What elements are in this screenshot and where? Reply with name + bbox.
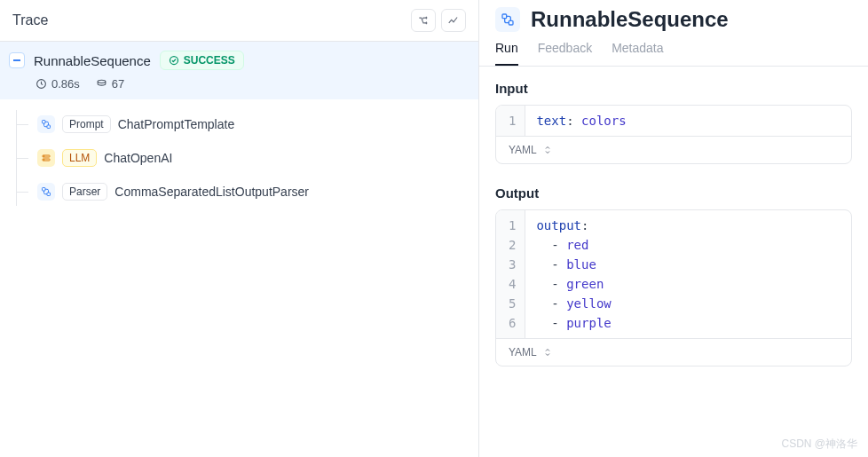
trace-title: Trace <box>12 12 48 28</box>
tab-metadata[interactable]: Metadata <box>612 41 663 66</box>
step-name: CommaSeparatedListOutputParser <box>114 185 309 199</box>
output-code: output: - red - blue - green - yellow - … <box>525 210 621 338</box>
output-label: Output <box>495 185 852 201</box>
svg-point-7 <box>43 156 44 157</box>
svg-point-8 <box>43 160 44 161</box>
input-format-selector[interactable]: YAML <box>496 136 851 163</box>
sort-icon <box>542 144 553 156</box>
svg-rect-3 <box>43 121 46 124</box>
svg-rect-9 <box>43 188 46 192</box>
input-label: Input <box>495 81 852 96</box>
chain-icon <box>37 183 55 201</box>
step-name: ChatPromptTemplate <box>118 117 235 131</box>
output-format-selector[interactable]: YAML <box>496 338 851 366</box>
clock-icon <box>36 78 47 90</box>
token-icon <box>96 78 107 90</box>
input-codebox: 1 text: colors YAML <box>495 105 852 164</box>
status-text: SUCCESS <box>184 54 235 67</box>
input-code: text: colors <box>525 106 636 136</box>
detail-header: RunnableSequence <box>479 0 868 34</box>
duration-metric: 0.86s <box>36 77 80 91</box>
svg-rect-4 <box>47 125 51 129</box>
output-section: Output 123456 output: - red - blue - gre… <box>479 171 868 374</box>
tab-feedback[interactable]: Feedback <box>538 41 592 66</box>
chain-icon <box>37 115 55 133</box>
output-gutter: 123456 <box>496 210 525 338</box>
trace-header: Trace <box>0 0 478 42</box>
detail-panel: RunnableSequence RunFeedbackMetadata Inp… <box>479 0 868 457</box>
trace-tree: PromptChatPromptTemplateLLMChatOpenAIPar… <box>0 99 478 222</box>
metrics: 0.86s 67 <box>9 77 468 91</box>
tab-run[interactable]: Run <box>495 41 518 66</box>
step-kind: Parser <box>62 183 107 201</box>
root-node-name: RunnableSequence <box>34 53 151 68</box>
step-kind: LLM <box>62 149 97 167</box>
trace-step[interactable]: ParserCommaSeparatedListOutputParser <box>34 177 468 206</box>
svg-rect-11 <box>502 14 507 19</box>
trace-step[interactable]: LLMChatOpenAI <box>34 144 468 172</box>
stats-button[interactable] <box>441 9 466 32</box>
trace-actions <box>411 9 466 32</box>
svg-rect-10 <box>47 193 51 196</box>
trace-panel: Trace RunnableSequence SUCCESS 0.86s <box>0 0 479 457</box>
trace-root-node[interactable]: RunnableSequence SUCCESS 0.86s 67 <box>0 42 478 99</box>
status-badge: SUCCESS <box>160 51 244 70</box>
llm-icon <box>37 149 55 167</box>
sort-icon <box>542 346 553 359</box>
chain-icon <box>495 7 520 32</box>
check-circle-icon <box>169 55 179 66</box>
shuffle-button[interactable] <box>411 9 436 32</box>
collapse-toggle[interactable] <box>9 52 25 68</box>
tokens-metric: 67 <box>96 77 124 91</box>
detail-title: RunnableSequence <box>531 7 729 32</box>
step-name: ChatOpenAI <box>104 151 172 165</box>
svg-rect-12 <box>509 20 513 25</box>
input-gutter: 1 <box>496 106 525 136</box>
detail-tabs: RunFeedbackMetadata <box>479 34 868 67</box>
step-kind: Prompt <box>62 115 111 133</box>
input-section: Input 1 text: colors YAML <box>479 67 868 171</box>
svg-point-2 <box>98 80 106 83</box>
trace-step[interactable]: PromptChatPromptTemplate <box>34 110 468 138</box>
output-codebox: 123456 output: - red - blue - green - ye… <box>495 209 852 366</box>
